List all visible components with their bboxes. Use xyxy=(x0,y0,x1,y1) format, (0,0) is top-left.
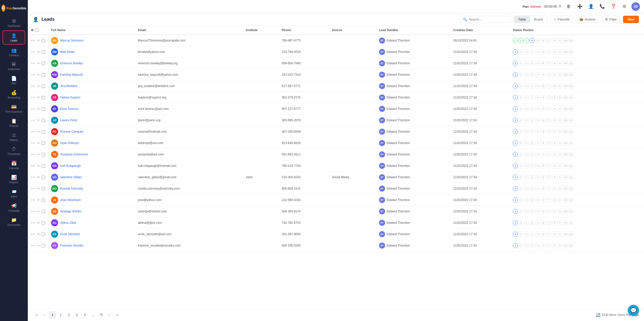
row-dots-menu[interactable]: ••• xyxy=(31,164,35,168)
help-icon[interactable]: ❓ xyxy=(609,3,617,11)
row-checkbox[interactable] xyxy=(42,153,45,156)
page-75[interactable]: 75 xyxy=(98,311,105,318)
row-dots-menu[interactable]: ••• xyxy=(31,95,35,99)
tab-table[interactable]: Table xyxy=(514,16,530,23)
row-checkbox[interactable] xyxy=(42,62,45,65)
page-last[interactable]: » xyxy=(114,311,121,318)
lead-name-link[interactable]: Kanisha Waycott xyxy=(60,73,83,76)
sidebar-item-matters[interactable]: ⚖ Matters xyxy=(3,130,25,144)
row-checkbox[interactable] xyxy=(42,210,45,213)
row-dots-menu[interactable]: ••• xyxy=(31,209,35,213)
row-checkbox[interactable] xyxy=(42,130,45,133)
filter-button[interactable]: ⚙ Filter xyxy=(602,16,620,23)
sidebar-item-leads[interactable]: 👤 Leads xyxy=(3,30,25,45)
row-dots-menu[interactable]: ••• xyxy=(31,73,35,77)
row-view-icon[interactable]: 👁 xyxy=(37,153,40,156)
row-dots-menu[interactable]: ••• xyxy=(31,118,35,122)
row-checkbox[interactable] xyxy=(42,50,45,54)
row-view-icon[interactable]: 👁 xyxy=(37,198,40,202)
sidebar-item-campaign[interactable]: 📢 Campaign xyxy=(3,201,25,214)
row-checkbox[interactable] xyxy=(42,96,45,99)
row-dots-menu[interactable]: ••• xyxy=(31,141,35,145)
row-view-icon[interactable]: 👁 xyxy=(37,221,40,225)
row-checkbox[interactable] xyxy=(42,119,45,122)
tab-board[interactable]: Board xyxy=(530,16,547,23)
sidebar-item-projects[interactable]: 📋 Projects xyxy=(3,116,25,129)
row-view-icon[interactable]: 👁 xyxy=(37,232,40,236)
row-view-icon[interactable]: 👁 xyxy=(37,164,40,168)
row-view-icon[interactable]: 👁 xyxy=(37,73,40,77)
row-view-icon[interactable]: 👁 xyxy=(37,175,40,179)
row-checkbox[interactable] xyxy=(42,198,45,202)
row-checkbox[interactable] xyxy=(42,107,45,111)
lead-name-link[interactable]: Dyan Oldroyd xyxy=(60,141,79,145)
settings-icon[interactable]: ⚙ xyxy=(620,3,628,11)
row-view-icon[interactable]: 👁 xyxy=(37,84,40,88)
favorite-button[interactable]: ☆ Favorite xyxy=(550,16,573,23)
logo[interactable]: R RunSensible xyxy=(0,3,28,16)
lead-name-link[interactable]: Solange Shinko xyxy=(60,210,81,213)
column-settings-icon[interactable]: ⚙ xyxy=(31,28,34,32)
sidebar-item-contacts[interactable]: 👥 Contacts xyxy=(3,46,25,59)
row-view-icon[interactable]: 👁 xyxy=(37,107,40,111)
row-dots-menu[interactable]: ••• xyxy=(31,175,35,179)
sidebar-item-accounting[interactable]: 💰 Accounting xyxy=(3,88,25,101)
lead-name-link[interactable]: Youlanda Schemmer xyxy=(60,153,88,156)
row-view-icon[interactable]: 👁 xyxy=(37,187,40,191)
row-checkbox[interactable] xyxy=(42,176,45,179)
chat-bubble[interactable]: 💬 xyxy=(628,305,639,316)
row-view-icon[interactable]: 👁 xyxy=(37,62,40,65)
page-first[interactable]: « xyxy=(33,311,40,318)
page-2[interactable]: 2 xyxy=(57,311,64,318)
row-dots-menu[interactable]: ••• xyxy=(31,232,35,236)
lead-name-link[interactable]: Rozella Ostrosky xyxy=(60,187,83,190)
lead-name-link[interactable]: Jina Briddick xyxy=(60,84,77,88)
lead-name-link[interactable]: Lavera Perin xyxy=(60,118,77,122)
lead-name-link[interactable]: Ernie Stenseth xyxy=(60,232,80,236)
phone-icon[interactable]: 📞 xyxy=(598,3,606,11)
row-view-icon[interactable]: 👁 xyxy=(37,130,40,134)
sidebar-item-reports[interactable]: 📊 Reports xyxy=(3,173,25,186)
row-checkbox[interactable] xyxy=(42,187,45,190)
lead-name-link[interactable]: Kati Rulapaugh xyxy=(60,164,81,168)
sidebar-item-inbox[interactable]: 📨 Inbox xyxy=(3,187,25,200)
sidebar-item-dashboard[interactable]: ⊞ Dashboard xyxy=(3,16,25,29)
lead-name-link[interactable]: Valentine Gillian xyxy=(60,175,82,179)
row-dots-menu[interactable]: ••• xyxy=(31,198,35,202)
sidebar-item-documents[interactable]: 📁 Documents xyxy=(3,215,25,228)
row-view-icon[interactable]: 👁 xyxy=(37,210,40,213)
user-avatar[interactable]: JD xyxy=(631,2,640,11)
lead-name-link[interactable]: Francine Vocelka xyxy=(60,244,83,247)
notification-icon[interactable]: 👤 xyxy=(587,3,595,11)
add-contact-icon[interactable]: ➕ xyxy=(576,3,584,11)
page-1[interactable]: 1 xyxy=(49,311,56,318)
row-view-icon[interactable]: 👁 xyxy=(37,96,40,99)
lead-name-link[interactable]: Marcus Simmons xyxy=(60,39,84,42)
new-button[interactable]: New xyxy=(623,16,639,23)
row-view-icon[interactable]: 👁 xyxy=(37,39,40,43)
row-dots-menu[interactable]: ••• xyxy=(31,38,35,43)
page-3[interactable]: 3 xyxy=(65,311,72,318)
row-dots-menu[interactable]: ••• xyxy=(31,84,35,88)
lead-name-link[interactable]: Roxane Campain xyxy=(60,130,84,133)
row-dots-menu[interactable]: ••• xyxy=(31,152,35,156)
row-checkbox[interactable] xyxy=(42,39,45,42)
trash-icon[interactable]: 🗑 xyxy=(565,3,573,11)
row-view-icon[interactable]: 👁 xyxy=(37,118,40,122)
sidebar-item-firm-expenses[interactable]: 💳 Firm Expenses xyxy=(3,102,25,115)
lead-name-link[interactable]: Albina Glick xyxy=(60,221,76,225)
page-prev[interactable]: ‹ xyxy=(41,311,48,318)
row-dots-menu[interactable]: ••• xyxy=(31,130,35,134)
lead-name-link[interactable]: Blair Malet xyxy=(60,50,75,54)
sidebar-item-timesheets[interactable]: ⏱ Timesheets xyxy=(3,145,25,157)
row-dots-menu[interactable]: ••• xyxy=(31,221,35,225)
archive-button[interactable]: 📦 Archive xyxy=(576,16,599,23)
search-box[interactable]: 🔍 xyxy=(460,16,511,23)
sidebar-item-bills[interactable]: 📄 Bills xyxy=(3,74,25,87)
sidebar-item-calendar[interactable]: 📅 Calendar xyxy=(3,158,25,172)
row-dots-menu[interactable]: ••• xyxy=(31,61,35,65)
lead-name-link[interactable]: Jose Stockham xyxy=(60,198,81,202)
lead-name-link[interactable]: Fatima Saylors xyxy=(60,96,80,99)
page-5[interactable]: 5 xyxy=(81,311,88,318)
row-checkbox[interactable] xyxy=(42,244,45,247)
